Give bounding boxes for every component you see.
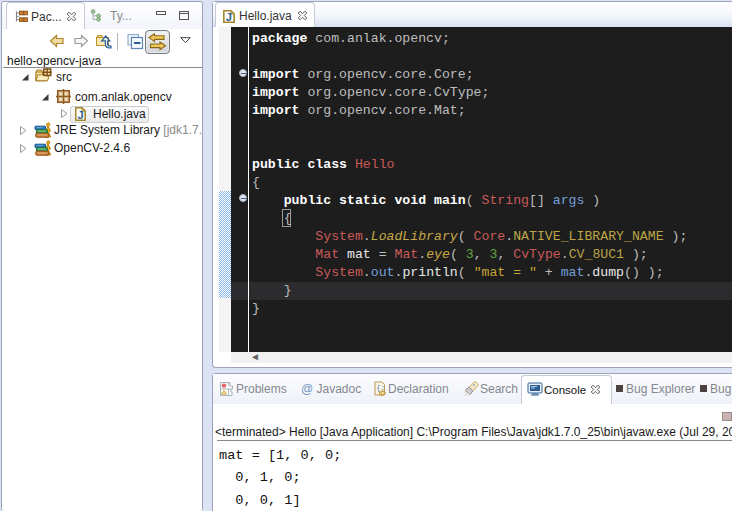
- svg-text:{;: {;: [376, 384, 385, 392]
- svg-text:J: J: [77, 109, 83, 121]
- svg-text:J: J: [226, 11, 232, 23]
